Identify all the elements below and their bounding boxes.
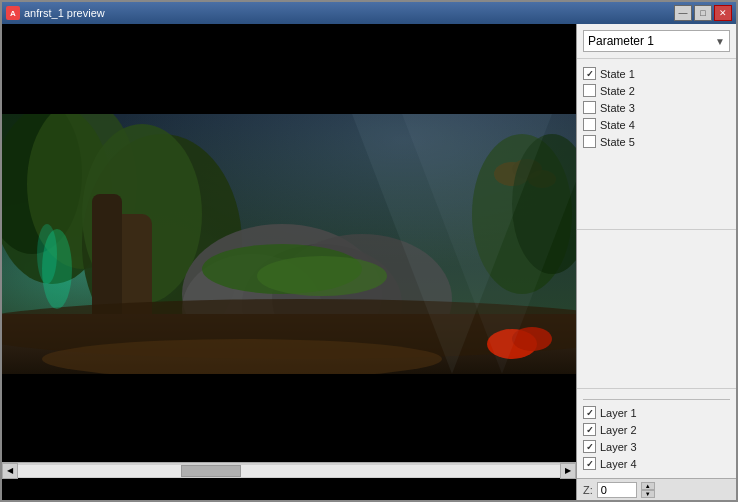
state-5-label: State 5: [600, 136, 635, 148]
preview-area: ◀ ▶: [2, 24, 576, 500]
state-3-checkbox[interactable]: [583, 101, 596, 114]
spacer: [577, 230, 736, 388]
state-1-checkbox[interactable]: [583, 67, 596, 80]
title-bar-left: A anfrst_1 preview: [6, 6, 105, 20]
layers-divider: [583, 399, 730, 400]
layer-4-checkbox[interactable]: [583, 457, 596, 470]
scroll-right-button[interactable]: ▶: [560, 463, 576, 479]
layer-1-label: Layer 1: [600, 407, 637, 419]
states-section: State 1 State 2 State 3 State 4 State 5: [577, 59, 736, 230]
layers-section: Layer 1 Layer 2 Layer 3 Layer 4: [577, 388, 736, 478]
state-item-5[interactable]: State 5: [583, 133, 730, 150]
minimize-button[interactable]: —: [674, 5, 692, 21]
scroll-thumb[interactable]: [181, 465, 241, 477]
state-3-label: State 3: [600, 102, 635, 114]
state-2-checkbox[interactable]: [583, 84, 596, 97]
svg-point-15: [257, 256, 387, 296]
right-panel: Parameter 1 ▼ State 1 State 2 State 3: [576, 24, 736, 500]
content-area: ◀ ▶ Parameter 1 ▼ State 1: [2, 24, 736, 500]
title-buttons: — □ ✕: [674, 5, 732, 21]
maximize-button[interactable]: □: [694, 5, 712, 21]
layer-3-label: Layer 3: [600, 441, 637, 453]
black-bottom: [2, 374, 576, 462]
z-increment-button[interactable]: ▲: [641, 482, 655, 490]
layer-1-checkbox[interactable]: [583, 406, 596, 419]
state-5-checkbox[interactable]: [583, 135, 596, 148]
scroll-track[interactable]: [18, 465, 560, 477]
layer-item-1[interactable]: Layer 1: [583, 404, 730, 421]
dropdown-arrow-icon: ▼: [715, 36, 725, 47]
z-input[interactable]: [597, 482, 637, 498]
close-button[interactable]: ✕: [714, 5, 732, 21]
layer-3-checkbox[interactable]: [583, 440, 596, 453]
layer-4-label: Layer 4: [600, 458, 637, 470]
layer-item-4[interactable]: Layer 4: [583, 455, 730, 472]
z-bar: Z: ▲ ▼: [577, 478, 736, 500]
z-label: Z:: [583, 484, 593, 496]
scroll-left-button[interactable]: ◀: [2, 463, 18, 479]
z-spinner: ▲ ▼: [641, 482, 655, 498]
horizontal-scrollbar[interactable]: ◀ ▶: [2, 462, 576, 478]
app-icon: A: [6, 6, 20, 20]
canvas-viewport[interactable]: [2, 114, 576, 374]
svg-point-19: [37, 224, 57, 284]
black-top: [2, 24, 576, 114]
state-item-1[interactable]: State 1: [583, 65, 730, 82]
dropdown-area: Parameter 1 ▼: [577, 24, 736, 59]
main-window: A anfrst_1 preview — □ ✕: [0, 0, 738, 502]
layer-item-3[interactable]: Layer 3: [583, 438, 730, 455]
parameter-dropdown[interactable]: Parameter 1 ▼: [583, 30, 730, 52]
state-4-checkbox[interactable]: [583, 118, 596, 131]
state-item-4[interactable]: State 4: [583, 116, 730, 133]
state-4-label: State 4: [600, 119, 635, 131]
state-item-2[interactable]: State 2: [583, 82, 730, 99]
state-item-3[interactable]: State 3: [583, 99, 730, 116]
layer-2-label: Layer 2: [600, 424, 637, 436]
layer-2-checkbox[interactable]: [583, 423, 596, 436]
z-decrement-button[interactable]: ▼: [641, 490, 655, 498]
state-2-label: State 2: [600, 85, 635, 97]
window-title: anfrst_1 preview: [24, 7, 105, 19]
title-bar: A anfrst_1 preview — □ ✕: [2, 2, 736, 24]
state-1-label: State 1: [600, 68, 635, 80]
dropdown-value: Parameter 1: [588, 34, 654, 48]
forest-svg: [2, 114, 576, 374]
layer-item-2[interactable]: Layer 2: [583, 421, 730, 438]
